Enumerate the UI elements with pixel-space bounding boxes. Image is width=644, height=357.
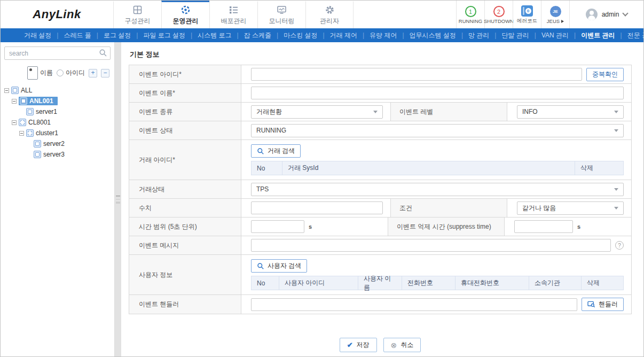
col-no: No (252, 161, 282, 175)
collapse-toggle-icon[interactable] (12, 120, 17, 125)
status-running[interactable]: 1 RUNNING (456, 1, 484, 28)
row-tx-state: 거래상태 TPS (129, 180, 631, 199)
col-phone: 전화번호 (402, 276, 455, 290)
nav-item[interactable]: 거래 설정 (24, 31, 51, 40)
user-info-label: 사용자 정보 (129, 255, 241, 294)
collapse-toggle-icon[interactable] (19, 131, 24, 136)
search-icon (257, 148, 264, 155)
nav-item-event-management[interactable]: 이벤트 관리 (569, 31, 615, 40)
col-mobile: 휴대전화번호 (455, 276, 529, 290)
logo[interactable]: AnyLink (1, 1, 113, 28)
event-type-select[interactable]: 거래현황 (251, 105, 383, 119)
status-jeus[interactable]: JE JEUS (541, 1, 569, 28)
tab-config[interactable]: 구성관리 (113, 1, 161, 28)
tab-deploy[interactable]: 배포관리 (209, 1, 257, 28)
nav-item[interactable]: 로그 설정 (91, 31, 131, 40)
nav-item[interactable]: 단말 관리 (489, 31, 529, 40)
event-id-input[interactable] (251, 68, 582, 81)
form-actions: ✔ 저장 ⊗ 취소 (129, 338, 632, 352)
nav-item[interactable]: 파일 로그 설정 (131, 31, 185, 40)
handler-button[interactable]: 핸들러 (582, 298, 624, 311)
tree-node-cluster1[interactable]: cluster1 (4, 128, 111, 138)
tx-table-header: No 거래 SysId 삭제 (251, 161, 624, 175)
suppress-time-input[interactable] (514, 220, 573, 233)
cancel-button[interactable]: ⊗ 취소 (383, 338, 421, 352)
handler-icon (587, 301, 595, 308)
tree-node-server3[interactable]: server3 (4, 149, 111, 160)
nav-item[interactable]: 스레드 풀 (51, 31, 91, 40)
caret-down-icon (614, 129, 618, 132)
nav-item[interactable]: 전문 공유 (615, 31, 644, 40)
collapse-all-button[interactable]: − (101, 69, 109, 77)
row-tx-id: 거래 아이디* 거래 검색 No 거래 SysId 삭제 (129, 140, 631, 180)
server-icon (26, 108, 34, 115)
col-user-name: 사용자 이름 (358, 276, 402, 290)
tx-search-button[interactable]: 거래 검색 (251, 144, 301, 158)
panel-splitter[interactable] (115, 42, 121, 356)
event-level-select[interactable]: INFO (517, 105, 624, 119)
radio-by-id[interactable] (57, 69, 64, 76)
play-icon (561, 20, 564, 23)
search-icon[interactable] (99, 49, 107, 59)
status-shutdown[interactable]: 2 SHUTDOWN (484, 1, 513, 28)
radio-by-name-label: 이름 (40, 68, 53, 77)
event-handler-input[interactable] (251, 298, 577, 311)
col-delete: 삭제 (575, 161, 623, 175)
user-table-header: No 사용자 아이디 사용자 이름 전화번호 휴대전화번호 소속기관 삭제 (251, 276, 624, 290)
event-message-label: 이벤트 메시지 (129, 236, 241, 254)
condition-select[interactable]: 같거나 많음 (517, 201, 624, 215)
status-errorcode[interactable]: 0 에러코드 (513, 1, 541, 28)
tree-node-server1[interactable]: server1 (4, 106, 111, 117)
cluster-icon (19, 119, 26, 126)
shutdown-count-icon: 2 (493, 6, 505, 17)
radio-by-name[interactable] (27, 66, 38, 80)
gear-icon (325, 5, 335, 15)
help-icon[interactable]: ? (615, 241, 624, 250)
time-range-unit: s (309, 223, 312, 230)
tree-node-all[interactable]: ALL (4, 85, 111, 96)
radio-by-id-label: 아이디 (66, 68, 85, 77)
nav-item[interactable]: 망 관리 (456, 31, 489, 40)
sub-nav: 거래 설정 스레드 풀 로그 설정 파일 로그 설정 시스템 로그 잡 스케줄 … (1, 28, 643, 42)
expand-all-button[interactable]: + (89, 69, 97, 77)
splitter-grip-icon[interactable] (116, 196, 120, 203)
tab-admin[interactable]: 관리자 (305, 1, 354, 28)
nav-item[interactable]: 시스템 로그 (185, 31, 231, 40)
user-search-button[interactable]: 사용자 검색 (251, 259, 307, 273)
nav-item[interactable]: 거래 제어 (317, 31, 357, 40)
time-range-input[interactable] (251, 220, 304, 233)
tree-node-server2[interactable]: server2 (4, 138, 111, 149)
event-message-input[interactable] (251, 239, 611, 252)
jeus-icon: JE (550, 6, 561, 17)
row-event-handler: 이벤트 핸들러 핸들러 (129, 295, 631, 314)
collapse-toggle-icon[interactable] (12, 99, 17, 104)
tab-operations[interactable]: 운영관리 (161, 1, 209, 28)
tx-state-select[interactable]: TPS (251, 183, 624, 196)
col-delete: 삭제 (582, 276, 623, 290)
col-user-id: 사용자 아이디 (279, 276, 358, 290)
app-header: AnyLink 구성관리 운영관리 배포관리 모니터링 관리자 (1, 1, 643, 28)
nav-item[interactable]: VAN 관리 (529, 31, 569, 40)
sidebar: 이름 아이디 + − ALL ANL001 (1, 42, 115, 356)
event-name-input[interactable] (251, 87, 624, 99)
suppress-time-unit: s (577, 223, 580, 230)
nav-item[interactable]: 잡 스케줄 (232, 31, 271, 40)
nav-item[interactable]: 업무시스템 설정 (397, 31, 455, 40)
search-input[interactable] (4, 46, 111, 60)
tab-monitoring[interactable]: 모니터링 (257, 1, 305, 28)
tree-node-anl001[interactable]: ANL001 (4, 96, 111, 106)
event-state-select[interactable]: RUNNING (251, 124, 624, 137)
save-button[interactable]: ✔ 저장 (340, 338, 377, 352)
duplicate-check-button[interactable]: 중복확인 (586, 68, 624, 81)
tree-selected-node[interactable]: ANL001 (19, 97, 58, 105)
user-menu[interactable]: admin (569, 1, 643, 28)
tree-node-cl8001[interactable]: CL8001 (4, 117, 111, 128)
numeric-input[interactable] (251, 201, 383, 214)
grid-icon (132, 5, 143, 15)
nav-item[interactable]: 마스킹 설정 (271, 31, 317, 40)
list-icon (229, 5, 239, 15)
row-event-id: 이벤트 아이디* 중복확인 (129, 65, 631, 84)
avatar (586, 9, 598, 20)
collapse-toggle-icon[interactable] (4, 88, 9, 93)
nav-item[interactable]: 유량 제어 (357, 31, 397, 40)
